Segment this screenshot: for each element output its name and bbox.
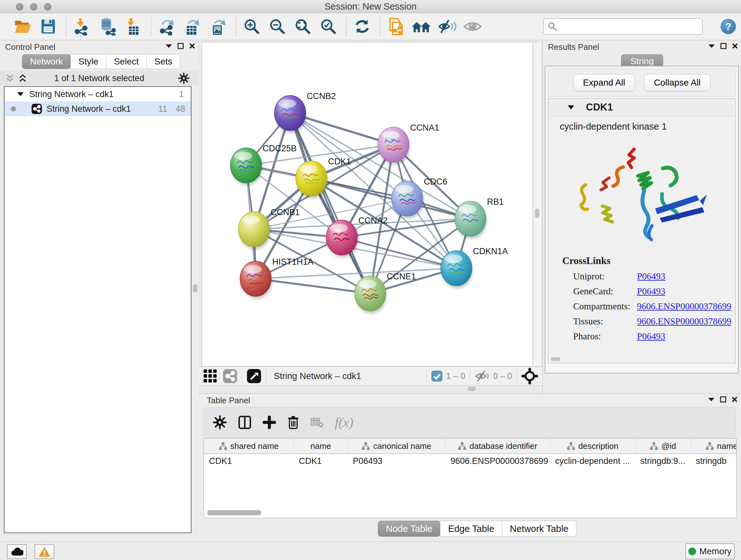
network-view-toolbar: String Network – cdk1 1 – 0 0 – 0 — [199, 367, 542, 386]
export-image-button[interactable] — [208, 17, 228, 37]
search-input[interactable] — [557, 21, 702, 32]
zoom-fit-button[interactable] — [293, 17, 313, 37]
zoom-out-button[interactable] — [267, 17, 287, 37]
network-canvas[interactable]: CCNB2CCNA1CDC25BCDK1CDC6RB1CCNB1CCNA2CDK… — [202, 42, 533, 367]
cloud-status-button[interactable] — [7, 544, 27, 559]
bottom-splitter-handle[interactable] — [468, 387, 476, 391]
hidden-eye-icon — [475, 370, 489, 382]
crosslink-value-link[interactable]: P06493 — [637, 331, 665, 341]
collapse-arrow-icon[interactable] — [567, 105, 575, 110]
left-splitter-handle[interactable] — [193, 284, 197, 293]
refresh-button[interactable] — [352, 17, 372, 37]
network-row-selected[interactable]: String Network – cdk1 11 48 — [4, 102, 191, 116]
table-cell[interactable]: CDK1 — [204, 454, 294, 468]
network-node-CCNE1[interactable]: CCNE1 — [354, 272, 416, 314]
string-results-box: Expand All Collapse All CDK1 cyclin-depe… — [545, 66, 739, 374]
table-gear-icon[interactable] — [213, 415, 227, 429]
column-header-shared-name[interactable]: shared name — [204, 439, 294, 454]
results-scrollbar-thumb[interactable] — [551, 357, 560, 361]
gear-icon[interactable] — [178, 72, 190, 84]
network-node-CDKN1A[interactable]: CDKN1A — [441, 246, 508, 288]
table-cell[interactable]: cyclin-dependent ... — [550, 454, 635, 468]
scrollbar-thumb[interactable] — [535, 208, 539, 218]
network-share-icon[interactable] — [223, 369, 238, 383]
crosslink-row: Compartments:9606.ENSP00000378699 — [562, 301, 735, 312]
network-node-CCNB1[interactable]: CCNB1 — [239, 207, 300, 249]
show-eye-button[interactable] — [463, 17, 482, 37]
collapse-arrow-icon[interactable] — [17, 92, 23, 97]
float-panel-icon[interactable] — [720, 396, 726, 402]
crosslink-row: Pharos:P06493 — [562, 331, 735, 341]
open-session-button[interactable] — [13, 17, 32, 37]
export-table-button[interactable] — [183, 17, 202, 37]
float-panel-icon[interactable] — [178, 43, 184, 49]
crosslink-value-link[interactable]: 9606.ENSP00000378699 — [637, 316, 731, 327]
memory-button[interactable]: Memory — [685, 543, 735, 559]
crosshair-icon[interactable] — [522, 368, 538, 384]
select-columns-icon[interactable] — [238, 415, 252, 430]
tab-network[interactable]: Network — [22, 54, 71, 69]
network-edge-HIST1H1A-CCNE1[interactable] — [256, 279, 370, 294]
close-panel-icon[interactable] — [189, 43, 195, 49]
close-panel-icon[interactable] — [731, 396, 738, 402]
tab-edge-table[interactable]: Edge Table — [440, 521, 502, 537]
toolbar-separator — [151, 17, 151, 37]
home-button[interactable] — [412, 17, 431, 37]
table-cell[interactable]: 9606.ENSP00000378699 — [446, 454, 550, 468]
network-collection-row[interactable]: String Network – cdk1 1 — [4, 87, 191, 102]
delete-column-icon[interactable] — [287, 415, 300, 430]
table-cell[interactable]: stringdb:9... — [635, 454, 691, 468]
column-header-name[interactable]: name — [294, 439, 348, 454]
table-cell[interactable]: stringdb — [691, 454, 737, 468]
tab-sets[interactable]: Sets — [146, 54, 180, 69]
import-table-button[interactable] — [123, 17, 143, 37]
crosslink-value-link[interactable]: P06493 — [637, 286, 665, 297]
warnings-button[interactable] — [35, 544, 54, 559]
add-column-icon[interactable] — [263, 416, 276, 429]
tab-node-table[interactable]: Node Table — [378, 521, 441, 537]
export-network-button[interactable] — [157, 17, 177, 37]
crosslink-row: Tissues:9606.ENSP00000378699 — [562, 316, 735, 327]
import-table-icon — [125, 17, 142, 36]
panel-menu-icon[interactable] — [165, 44, 172, 48]
table-hscroll-thumb[interactable] — [207, 510, 261, 515]
hide-panels-button[interactable] — [437, 17, 457, 37]
tab-select[interactable]: Select — [106, 54, 147, 69]
network-node-CDK1[interactable]: CDK1 — [296, 157, 351, 199]
import-network-icon — [73, 17, 91, 36]
help-button[interactable]: ? — [721, 19, 736, 34]
expand-all-button[interactable]: Expand All — [573, 74, 635, 91]
tab-network-table[interactable]: Network Table — [502, 521, 576, 537]
import-database-button[interactable] — [98, 17, 118, 37]
crosslink-value-link[interactable]: 9606.ENSP00000378699 — [637, 301, 731, 312]
column-header-namespace[interactable]: namespace — [691, 439, 737, 454]
network-node-RB1[interactable]: RB1 — [455, 197, 504, 239]
network-node-CDC6[interactable]: CDC6 — [392, 177, 448, 219]
panel-menu-icon[interactable] — [708, 44, 715, 48]
close-panel-icon[interactable] — [732, 43, 738, 49]
table-cell[interactable]: CDK1 — [294, 454, 348, 468]
column-header-description[interactable]: description — [550, 439, 635, 454]
save-session-button[interactable] — [38, 17, 58, 37]
column-header-canonical-name[interactable]: canonical name — [348, 439, 446, 454]
column-header-database-identifier[interactable]: database identifier — [446, 439, 550, 454]
network-vertical-scrollbar[interactable] — [533, 42, 542, 367]
import-network-button[interactable] — [72, 17, 92, 37]
float-panel-icon[interactable] — [720, 43, 727, 49]
entry-header[interactable]: CDK1 — [548, 99, 735, 116]
zoom-in-button[interactable] — [242, 17, 262, 37]
selected-checkbox-icon[interactable] — [431, 371, 442, 381]
zoom-selected-button[interactable] — [319, 17, 338, 37]
node-table: shared namenamecanonical namedatabase id… — [204, 438, 737, 518]
tab-style[interactable]: Style — [71, 54, 106, 69]
collapse-all-button[interactable]: Collapse All — [644, 74, 711, 91]
grid-view-icon[interactable] — [203, 369, 218, 383]
table-row[interactable]: CDK1CDK1P064939606.ENSP00000378699cyclin… — [204, 454, 737, 468]
panel-menu-icon[interactable] — [708, 397, 715, 401]
crosslink-value-link[interactable]: P06493 — [637, 271, 665, 282]
shared-column-icon — [705, 442, 714, 450]
column-header--id[interactable]: @id — [635, 439, 691, 454]
birds-eye-view-icon[interactable] — [247, 369, 261, 383]
table-cell[interactable]: P06493 — [348, 454, 446, 468]
clone-network-button[interactable] — [386, 17, 406, 37]
